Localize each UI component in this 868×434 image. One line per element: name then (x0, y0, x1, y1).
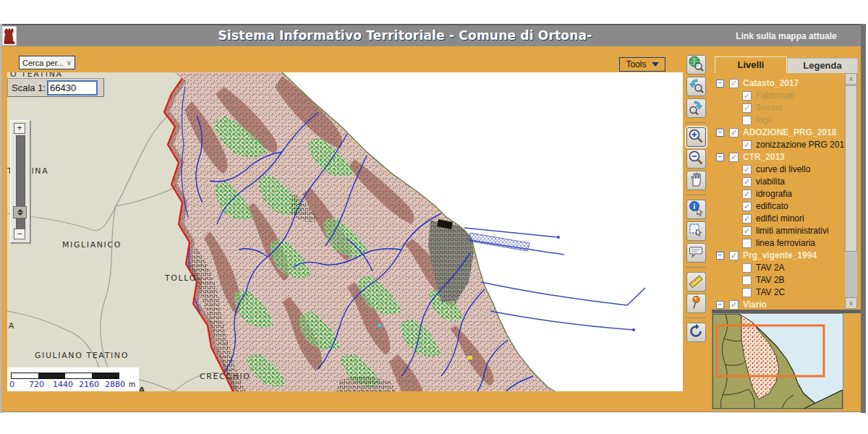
toolbar-separator (686, 267, 706, 268)
layer-group-label: Catasto_2017 (743, 78, 799, 88)
collapse-toggle-icon[interactable]: − (716, 80, 724, 88)
scrollbar-thumb[interactable] (845, 85, 857, 252)
refresh-icon (687, 323, 705, 342)
layer-group-label: ADOZIONE_PRG_2018 (743, 127, 836, 137)
layer-item-checkbox[interactable] (742, 239, 752, 248)
pushpin-icon (687, 294, 705, 313)
layer-item-label: viabilita (756, 176, 785, 187)
layer-item-row: TAV 2B (742, 274, 785, 286)
scalebar: 0 720 1440 2160 2880 m (7, 367, 139, 391)
layer-item-checkbox[interactable] (742, 276, 752, 285)
layer-tree-scrollbar[interactable]: ∧ ∨ (845, 73, 857, 309)
scalebar-unit: m (129, 380, 135, 388)
collapse-toggle-icon[interactable]: − (716, 301, 724, 309)
layer-item-label: TAV 2B (756, 275, 785, 285)
tab-livelli[interactable]: Livelli (715, 56, 787, 73)
layer-group-label: Viario (743, 299, 767, 309)
measure-tool-button[interactable] (686, 272, 706, 292)
tab-legenda[interactable]: Legenda (787, 58, 858, 73)
current-map-link[interactable]: Link sulla mappa attuale (712, 31, 861, 41)
scalebar-tick: 720 (29, 380, 44, 389)
layer-item-checkbox[interactable]: ✓ (742, 214, 752, 224)
scroll-down-button[interactable]: ∨ (845, 297, 857, 309)
layer-item-checkbox[interactable]: ✓ (742, 165, 752, 174)
municipality-logo (2, 26, 17, 46)
zoom-slider-handle[interactable] (13, 206, 27, 218)
info-cursor-icon (687, 200, 705, 219)
zoom-slider[interactable]: + − (10, 120, 30, 243)
zoom-out-slider-button[interactable]: − (14, 229, 25, 239)
layer-group-checkbox[interactable]: ✓ (729, 79, 739, 88)
layer-item-checkbox[interactable]: ✓ (742, 177, 752, 187)
add-point-marker-button[interactable] (686, 294, 706, 313)
layer-item-row: ✓curve di livello (742, 163, 810, 175)
castle-tower-icon (3, 35, 16, 47)
zoom-next-button[interactable] (686, 98, 706, 118)
layer-item-label: linea ferroviaria (756, 238, 815, 248)
layer-group-checkbox[interactable]: ✓ (729, 300, 739, 310)
layer-item-label: edificato (756, 201, 788, 211)
zoom-previous-button[interactable] (686, 77, 706, 96)
overview-map[interactable] (712, 313, 843, 409)
layer-group-checkbox[interactable]: ✓ (729, 153, 739, 162)
globe-magnifier-icon (687, 55, 705, 75)
layer-item-label: curve di livello (756, 164, 810, 174)
scroll-up-button[interactable]: ∧ (845, 73, 857, 85)
layer-item-checkbox[interactable] (742, 116, 752, 125)
layer-item-label: idrografia (756, 189, 792, 199)
page-title: Sistema Informativo Territoriale - Comun… (87, 28, 723, 43)
layer-item-label: TAV 2A (756, 263, 785, 273)
layer-group-label: CTR_2013 (743, 152, 785, 162)
selection-rectangle-cursor-icon (687, 221, 705, 241)
zoom-full-extent-button[interactable] (686, 55, 706, 75)
collapse-toggle-icon[interactable]: − (716, 252, 724, 260)
layer-group-checkbox[interactable]: ✓ (729, 251, 739, 260)
layer-group-row: −✓Viario (716, 299, 767, 309)
window-right-border (861, 24, 866, 413)
hand-icon (687, 171, 705, 190)
layer-item-row: linea ferroviaria (742, 237, 815, 249)
map-viewport[interactable]: O TEATINA TEATINA MIGLIANICO TOLLO NA GI… (7, 72, 683, 391)
collapse-toggle-icon[interactable]: − (716, 153, 724, 161)
search-by-dropdown[interactable]: Cerca per... ∨ (19, 56, 75, 69)
layer-item-checkbox[interactable]: ✓ (742, 226, 752, 236)
layer-item-row: TAV 2A (742, 262, 785, 273)
pan-tool-button[interactable] (686, 171, 706, 190)
layer-item-row: ✓viabilita (742, 176, 785, 187)
caret-down-icon (652, 62, 659, 67)
layer-item-checkbox[interactable] (742, 263, 752, 273)
identify-tool-button[interactable] (686, 200, 706, 219)
layer-item-row: ✓limiti amministrativi (742, 225, 829, 237)
map-label: TOLLO (165, 273, 197, 283)
zoom-in-slider-button[interactable]: + (14, 123, 25, 134)
scalebar-tick: 0 (9, 380, 14, 389)
layer-item-label: Fabbricati (756, 90, 794, 101)
layer-item-checkbox[interactable]: ✓ (742, 91, 752, 101)
scale-input[interactable] (47, 80, 98, 95)
slider-down-arrow-icon (17, 213, 23, 216)
maptip-tool-button[interactable] (686, 243, 706, 263)
collapse-toggle-icon[interactable]: − (716, 129, 724, 137)
map-label: CRECCHIO (200, 372, 251, 381)
layer-item-checkbox[interactable] (742, 288, 752, 297)
zoom-in-icon (687, 127, 705, 147)
layer-tree: −✓Catasto_2017✓Fabbricati✓Terrenifogli−✓… (712, 73, 845, 309)
layer-item-checkbox[interactable]: ✓ (742, 103, 752, 113)
refresh-map-button[interactable] (686, 323, 706, 342)
zoom-in-tool-button[interactable] (686, 127, 706, 147)
toolbar-separator (686, 122, 706, 123)
map-label: NA (7, 321, 15, 331)
layer-item-checkbox[interactable]: ✓ (742, 202, 752, 211)
layer-item-checkbox[interactable]: ✓ (742, 190, 752, 199)
zoom-out-tool-button[interactable] (686, 149, 706, 169)
layer-item-row: TAV 2C (742, 286, 785, 298)
layer-item-label: limiti amministrativi (756, 226, 829, 236)
select-by-rectangle-button[interactable] (686, 221, 706, 241)
layer-item-row: fogli (742, 114, 772, 126)
layer-item-label: TAV 2C (756, 287, 785, 297)
layer-item-label: edifici minori (756, 213, 804, 224)
layer-item-checkbox[interactable]: ✓ (742, 140, 752, 150)
tools-menu-button[interactable]: Tools (619, 57, 665, 72)
scalebar-tick: 1440 (53, 380, 73, 389)
layer-group-checkbox[interactable]: ✓ (729, 128, 739, 137)
